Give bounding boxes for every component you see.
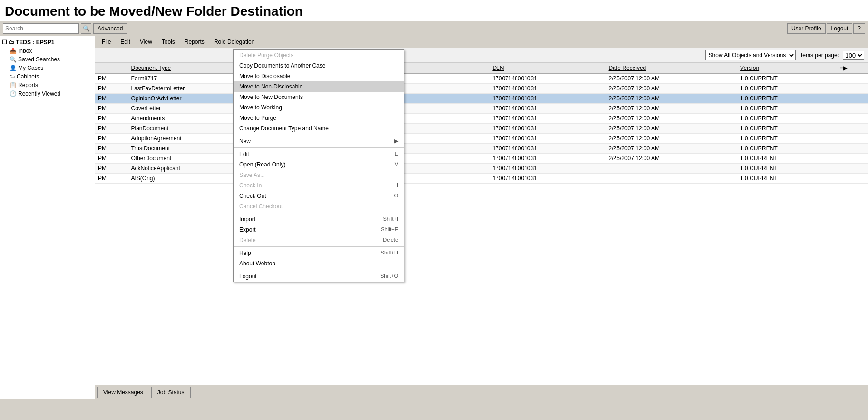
cell-dln: 17007148001031 (489, 174, 605, 184)
cell-version: 1.0,CURRENT (737, 94, 837, 104)
advanced-button[interactable]: Advanced (93, 23, 127, 34)
reports-icon: 📋 (10, 82, 17, 88)
checkbox-icon: ☐ (2, 39, 7, 46)
table-row[interactable]: PM TrustDocument Trust Document 17007148… (95, 144, 868, 154)
cell-actions (837, 134, 868, 144)
show-select[interactable]: Show All Objects and Versions (705, 50, 796, 60)
folder-icon: 🗂 (9, 39, 14, 46)
main-area: ☐ 🗂 TEDS : EPSP1 📥 Inbox 🔍 Saved Searche… (0, 36, 868, 399)
sidebar-saved-searches-label: Saved Searches (18, 56, 60, 63)
items-per-page-select[interactable]: 100 (843, 51, 864, 60)
dd-help[interactable]: Help Shift+H (234, 248, 404, 258)
dd-edit[interactable]: Edit E (234, 149, 404, 159)
cell-date: 2/25/2007 12:00 AM (606, 74, 738, 84)
dd-check-out[interactable]: Check Out O (234, 191, 404, 201)
cell-actions (837, 114, 868, 124)
dd-copy-documents[interactable]: Copy Documents to Another Case (234, 60, 404, 71)
sidebar-item-reports[interactable]: 📋 Reports (2, 81, 93, 89)
dd-new[interactable]: New ▶ (234, 136, 404, 147)
col-dln[interactable]: DLN (489, 63, 605, 74)
cell-version: 1.0,CURRENT (737, 144, 837, 154)
cell-actions (837, 174, 868, 184)
dd-import[interactable]: Import Shift+I (234, 214, 404, 225)
table-row[interactable]: PM AdoptionAgreement Adoption Agreement … (95, 134, 868, 144)
col-version[interactable]: Version (737, 63, 837, 74)
cell-actions (837, 104, 868, 114)
help-button[interactable]: ? (853, 23, 865, 34)
table-scroll[interactable]: Document Type Document Name DLN Date Rec… (95, 63, 868, 399)
sidebar-item-saved-searches[interactable]: 🔍 Saved Searches (2, 55, 93, 64)
separator-3 (234, 213, 404, 213)
cell-actions (837, 94, 868, 104)
sidebar-item-recently-viewed[interactable]: 🕐 Recently Viewed (2, 89, 93, 98)
user-profile-button[interactable]: User Profile (787, 23, 826, 34)
cell-date: 2/25/2007 12:00 AM (606, 94, 738, 104)
dd-open-readonly[interactable]: Open (Read Only) V (234, 159, 404, 170)
search-button[interactable]: 🔍 (81, 23, 91, 34)
dd-move-new-documents[interactable]: Move to New Documents (234, 92, 404, 102)
cell-flag: PM (95, 144, 128, 154)
recently-viewed-icon: 🕐 (10, 90, 17, 97)
separator-2 (234, 147, 404, 148)
cell-dln: 17007148001031 (489, 114, 605, 124)
saved-searches-icon: 🔍 (10, 56, 17, 63)
dd-save-as: Save As... (234, 170, 404, 180)
cell-dln: 17007148001031 (489, 154, 605, 164)
table-wrapper: Document Type Document Name DLN Date Rec… (95, 63, 868, 399)
cell-version: 1.0,CURRENT (737, 154, 837, 164)
table-body: PM Form8717 Form 8717 17007148001031 2/2… (95, 74, 868, 184)
dd-change-doc-type[interactable]: Change Document Type and Name (234, 123, 404, 134)
logout-button[interactable]: Logout (827, 23, 853, 34)
table-row[interactable]: PM Form8717 Form 8717 17007148001031 2/2… (95, 74, 868, 84)
inbox-icon: 📥 (10, 48, 17, 54)
table-row[interactable]: PM PlanDocument 17007148001031 2/25/2007… (95, 124, 868, 134)
col-date-received[interactable]: Date Received (606, 63, 738, 74)
dd-about-webtop[interactable]: About Webtop (234, 258, 404, 269)
table-row[interactable]: PM LastFavDetermLetter Last Favorable De… (95, 84, 868, 94)
menu-reports[interactable]: Reports (180, 37, 209, 47)
menu-tools[interactable]: Tools (157, 37, 180, 47)
separator-4 (234, 246, 404, 247)
sidebar-item-cabinets[interactable]: 🗂 Cabinets (2, 72, 93, 81)
menu-view[interactable]: View (135, 37, 157, 47)
cell-flag: PM (95, 104, 128, 114)
cell-flag: PM (95, 154, 128, 164)
cell-actions (837, 124, 868, 134)
cell-actions (837, 154, 868, 164)
menu-file[interactable]: File (97, 37, 116, 47)
dd-move-disclosable[interactable]: Move to Disclosable (234, 71, 404, 81)
sidebar-root[interactable]: ☐ 🗂 TEDS : EPSP1 (2, 38, 93, 47)
cell-dln: 17007148001031 (489, 134, 605, 144)
search-input[interactable] (3, 23, 79, 34)
page-title: Document to be Moved/New Folder Destinat… (0, 0, 868, 21)
dd-logout[interactable]: Logout Shift+O (234, 271, 404, 282)
sidebar-my-cases-label: My Cases (18, 65, 43, 71)
dd-export[interactable]: Export Shift+E (234, 225, 404, 235)
table-row[interactable]: PM OpinionOrAdvLetter Opinion Letters/Ad… (95, 94, 868, 104)
dd-move-non-disclosable[interactable]: Move to Non-Disclosable (234, 81, 404, 92)
table-row[interactable]: PM AckNoticeApplicant Ack Notice Applica… (95, 164, 868, 174)
cell-dln: 17007148001031 (489, 104, 605, 114)
table-row[interactable]: PM AIS(Orig) AIS (Orig) 17007148001031 1… (95, 174, 868, 184)
toolbar: 🔍 Advanced User Profile Logout ? (0, 21, 868, 36)
my-cases-icon: 👤 (10, 65, 17, 71)
menu-edit[interactable]: Edit (116, 37, 135, 47)
file-dropdown: Delete Purge Objects Copy Documents to A… (233, 49, 404, 282)
menubar: File Edit View Tools Reports Role Delega… (95, 36, 868, 48)
dd-move-purge[interactable]: Move to Purge (234, 113, 404, 123)
sidebar-item-inbox[interactable]: 📥 Inbox (2, 47, 93, 55)
table-row[interactable]: PM CoverLetter Cover Letter 170071480010… (95, 104, 868, 114)
cell-version: 1.0,CURRENT (737, 134, 837, 144)
sidebar-inbox-label: Inbox (18, 48, 32, 54)
table-row[interactable]: PM Amendments Amendments 17007148001031 … (95, 114, 868, 124)
cell-version: 1.0,CURRENT (737, 124, 837, 134)
view-messages-tab[interactable]: View Messages (97, 387, 149, 398)
table-row[interactable]: PM OtherDocument Other Document 17007148… (95, 154, 868, 164)
sidebar-item-my-cases[interactable]: 👤 My Cases (2, 64, 93, 72)
menu-role-delegation[interactable]: Role Delegation (209, 37, 259, 47)
sidebar: ☐ 🗂 TEDS : EPSP1 📥 Inbox 🔍 Saved Searche… (0, 36, 95, 399)
job-status-tab[interactable]: Job Status (151, 387, 191, 398)
bottom-bar: View Messages Job Status (95, 385, 868, 399)
col-flag (95, 63, 128, 74)
dd-move-working[interactable]: Move to Working (234, 102, 404, 113)
